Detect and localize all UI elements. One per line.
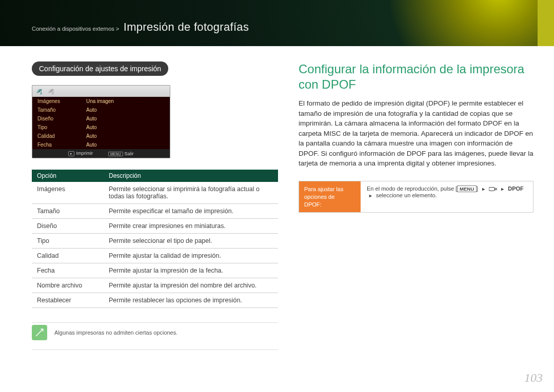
th-description: Descripción: [104, 170, 278, 182]
camera-row-value: Auto: [86, 133, 97, 139]
th-option: Opción: [32, 170, 104, 182]
table-row: TamañoPermite especificar el tamaño de i…: [32, 204, 278, 219]
dpof-line2: seleccione un elemento.: [376, 192, 437, 198]
option-desc: Permite ajustar la impresión de la fecha…: [104, 263, 278, 278]
camera-row: ImágenesUna imagen: [32, 97, 170, 106]
camera-row-key: Tamaño: [37, 107, 86, 113]
dpof-label: DPOF: [508, 185, 524, 192]
camera-settings-preview: 𝒫1 𝒫2 ImágenesUna imagenTamañoAutoDiseño…: [32, 85, 170, 158]
right-body: El formato de pedido de impresión digita…: [299, 98, 533, 169]
print-btn-icon: ▸: [68, 151, 74, 156]
option-name: Diseño: [32, 219, 104, 234]
camera-footer: ▸Imprimir MENUSalir: [32, 149, 170, 158]
camera-tabs: 𝒫1 𝒫2: [32, 86, 170, 97]
option-desc: Permite seleccionar si imprimirá la foto…: [104, 182, 278, 204]
camera-row-value: Auto: [86, 142, 97, 148]
breadcrumb-prefix: Conexión a dispositivos externos >: [32, 26, 119, 32]
option-name: Nombre archivo: [32, 278, 104, 293]
arrow-icon: ►: [481, 187, 486, 192]
menu-btn-icon: MENU: [108, 152, 123, 156]
camera-row: TipoAuto: [32, 123, 170, 132]
option-name: Fecha: [32, 263, 104, 278]
dpof-left-line3: DPOF:: [304, 201, 322, 208]
dpof-text-pre: En el modo de reproducción, pulse [: [367, 185, 457, 192]
table-row: ImágenesPermite seleccionar si imprimirá…: [32, 182, 278, 204]
option-name: Imágenes: [32, 182, 104, 204]
camera-row: DiseñoAuto: [32, 114, 170, 123]
note-icon: [32, 325, 47, 340]
table-row: DiseñoPermite crear impresiones en minia…: [32, 219, 278, 234]
option-name: Tamaño: [32, 204, 104, 219]
camera-row-key: Calidad: [37, 133, 86, 139]
option-desc: Permite seleccionar el tipo de papel.: [104, 234, 278, 249]
dpof-text-post1: ]: [477, 185, 480, 192]
dpof-right-instructions: En el modo de reproducción, pulse [MENU]…: [361, 181, 533, 213]
page-header: Conexión a dispositivos externos > Impre…: [0, 0, 554, 46]
options-table: Opción Descripción ImágenesPermite selec…: [32, 170, 278, 308]
option-desc: Permite ajustar la calidad de impresión.: [104, 249, 278, 263]
table-row: CalidadPermite ajustar la calidad de imp…: [32, 249, 278, 263]
camera-row-key: Imágenes: [37, 98, 86, 104]
camera-row-key: Diseño: [37, 116, 86, 121]
header-accent: [538, 0, 554, 46]
camera-print-label: Imprimir: [76, 151, 93, 156]
option-name: Calidad: [32, 249, 104, 263]
camera-row-value: Auto: [86, 107, 97, 113]
section-pill: Configuración de ajustes de impresión: [32, 61, 168, 76]
option-desc: Permite crear impresiones en miniaturas.: [104, 219, 278, 234]
dpof-left-line2: opciones de: [304, 194, 334, 200]
breadcrumb-title: Impresión de fotografías: [124, 20, 249, 33]
right-title: Configurar la información de la impresor…: [299, 61, 533, 92]
camera-exit-label: Salir: [125, 151, 134, 156]
arrow-icon: ►: [368, 193, 373, 198]
table-row: TipoPermite seleccionar el tipo de papel…: [32, 234, 278, 249]
option-desc: Permite especificar el tamaño de impresi…: [104, 204, 278, 219]
option-name: Restablecer: [32, 293, 104, 308]
camera-row-key: Tipo: [37, 125, 86, 130]
camera-tab-2-icon: 𝒫2: [48, 88, 54, 95]
note-box: Algunas impresoras no admiten ciertas op…: [32, 322, 278, 350]
note-text: Algunas impresoras no admiten ciertas op…: [54, 329, 177, 336]
svg-point-1: [495, 188, 497, 190]
option-name: Tipo: [32, 234, 104, 249]
camera-row: FechaAuto: [32, 140, 170, 149]
camera-row-key: Fecha: [37, 142, 86, 148]
right-column: Configurar la información de la impresor…: [299, 61, 533, 350]
tool-icon: [489, 187, 497, 192]
arrow-icon: ►: [500, 187, 505, 192]
left-column: Configuración de ajustes de impresión 𝒫1…: [32, 61, 278, 350]
option-desc: Permite restablecer las opciones de impr…: [104, 293, 278, 308]
table-row: FechaPermite ajustar la impresión de la …: [32, 263, 278, 278]
camera-row-value: Auto: [86, 125, 97, 130]
table-row: Nombre archivoPermite ajustar la impresi…: [32, 278, 278, 293]
camera-row-value: Una imagen: [86, 98, 114, 104]
menu-key-icon: MENU: [457, 185, 477, 192]
camera-row-value: Auto: [86, 116, 97, 121]
page-number: 103: [524, 371, 543, 385]
dpof-left-line1: Para ajustar las: [304, 186, 343, 192]
svg-rect-0: [489, 188, 494, 191]
option-desc: Permite ajustar la impresión del nombre …: [104, 278, 278, 293]
table-row: RestablecerPermite restablecer las opcio…: [32, 293, 278, 308]
camera-row: TamañoAuto: [32, 106, 170, 114]
camera-row: CalidadAuto: [32, 132, 170, 140]
dpof-left-label: Para ajustar las opciones de DPOF:: [299, 181, 361, 213]
dpof-instruction-box: Para ajustar las opciones de DPOF: En el…: [299, 181, 533, 213]
camera-tab-1-icon: 𝒫1: [36, 88, 42, 95]
